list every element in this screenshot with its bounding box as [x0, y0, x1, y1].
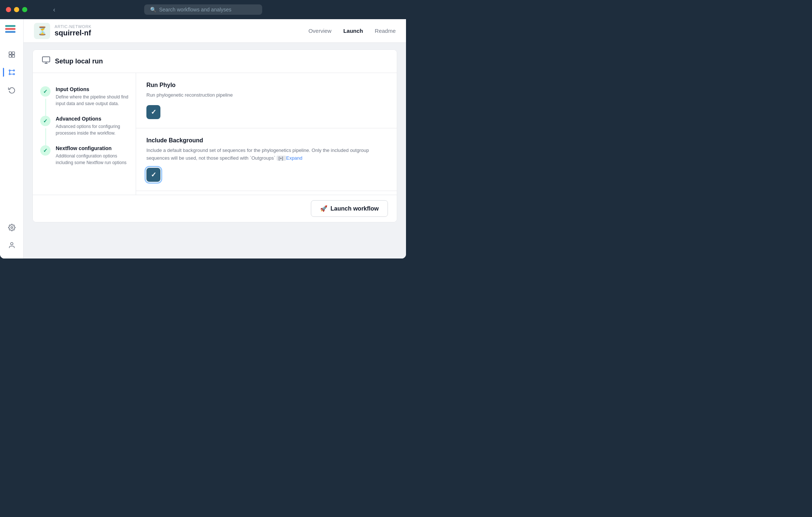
svg-rect-1	[12, 52, 14, 55]
svg-point-6	[9, 73, 10, 74]
run-phylo-checkbox[interactable]: ✓	[146, 105, 160, 119]
settings-icon[interactable]	[4, 220, 19, 235]
launch-workflow-button[interactable]: 🚀 Launch workflow	[311, 200, 388, 217]
close-button[interactable]	[6, 7, 11, 12]
card-footer: 🚀 Launch workflow	[33, 195, 397, 222]
nav-launch[interactable]: Launch	[343, 28, 363, 34]
sidebar-item-history[interactable]	[4, 83, 19, 97]
sidebar	[0, 19, 24, 258]
org-name: ARTIC-NETWORK	[55, 24, 91, 29]
step-input-options: ✓ Input Options Define where the pipelin…	[40, 82, 128, 111]
step-desc-1: Define where the pipeline should find in…	[56, 94, 128, 107]
app-logo	[5, 25, 18, 38]
option-include-background: Include Background Include a default bac…	[136, 128, 397, 191]
svg-point-4	[9, 70, 10, 71]
check-mark-1: ✓	[151, 108, 156, 116]
svg-point-5	[13, 70, 14, 71]
svg-rect-13	[42, 57, 50, 62]
nav-readme[interactable]: Readme	[375, 28, 396, 34]
content-area: Setup local run ✓ Input Options Define w…	[24, 43, 406, 258]
svg-rect-2	[9, 55, 11, 58]
expand-badge: [+]	[277, 156, 286, 161]
left-panel: ✓ Input Options Define where the pipelin…	[33, 73, 136, 195]
sidebar-bottom	[4, 220, 19, 253]
option-outgroups: Outgroups Specify which MPXV outgroup(s)…	[136, 191, 397, 195]
step-desc-3: Additional configuration options includi…	[56, 153, 128, 166]
svg-point-11	[11, 227, 13, 229]
search-placeholder: Search workflows and analyses	[159, 7, 232, 13]
traffic-lights	[6, 7, 27, 12]
sidebar-item-home[interactable]	[4, 47, 19, 62]
workflow-title: squirrel-nf	[55, 29, 91, 37]
top-header: ⏳ ARTIC-NETWORK squirrel-nf Overview Lau…	[24, 19, 406, 43]
include-bg-checkbox[interactable]: ✓	[146, 168, 160, 182]
search-icon: 🔍	[150, 7, 156, 13]
step-name-1: Input Options	[56, 86, 128, 92]
svg-point-12	[10, 243, 13, 245]
step-name-3: Nextflow configuration	[56, 145, 128, 151]
expand-link[interactable]: Expand	[286, 155, 302, 161]
sidebar-item-workflow[interactable]	[4, 65, 19, 80]
step-check-1: ✓	[40, 86, 51, 97]
check-mark-2: ✓	[151, 171, 156, 179]
right-panel[interactable]: Run Phylo Run phylogenetic reconstructio…	[136, 73, 397, 195]
step-check-3: ✓	[40, 145, 51, 156]
run-phylo-title: Run Phylo	[146, 82, 386, 89]
back-button[interactable]: ‹	[53, 6, 55, 14]
card-body: ✓ Input Options Define where the pipelin…	[33, 73, 397, 195]
header-text: ARTIC-NETWORK squirrel-nf	[55, 24, 91, 37]
setup-icon	[42, 56, 51, 67]
user-icon[interactable]	[4, 238, 19, 253]
app-body: ⏳ ARTIC-NETWORK squirrel-nf Overview Lau…	[0, 19, 406, 258]
header-nav: Overview Launch Readme	[308, 28, 396, 34]
setup-title: Setup local run	[55, 58, 103, 65]
workflow-logo: ⏳	[34, 23, 50, 39]
option-run-phylo: Run Phylo Run phylogenetic reconstructio…	[136, 73, 397, 128]
title-bar: ‹ 🔍 Search workflows and analyses	[0, 0, 406, 19]
step-nextflow-config: ✓ Nextflow configuration Additional conf…	[40, 141, 128, 170]
svg-point-7	[13, 73, 14, 74]
maximize-button[interactable]	[22, 7, 27, 12]
search-bar[interactable]: 🔍 Search workflows and analyses	[144, 4, 262, 15]
svg-rect-3	[12, 55, 14, 58]
launch-label: Launch workflow	[330, 205, 379, 212]
card-header: Setup local run	[33, 50, 397, 73]
include-bg-desc: Include a default background set of sequ…	[146, 147, 386, 162]
step-name-2: Advanced Options	[56, 116, 128, 122]
include-bg-title: Include Background	[146, 137, 386, 144]
minimize-button[interactable]	[14, 7, 19, 12]
step-advanced-options: ✓ Advanced Options Advanced options for …	[40, 111, 128, 141]
run-phylo-desc: Run phylogenetic reconstruction pipeline	[146, 91, 386, 99]
main-card: Setup local run ✓ Input Options Define w…	[32, 49, 397, 222]
rocket-icon: 🚀	[320, 205, 327, 212]
step-desc-2: Advanced options for configuring process…	[56, 123, 128, 136]
step-check-2: ✓	[40, 116, 51, 126]
nav-overview[interactable]: Overview	[308, 28, 332, 34]
svg-rect-0	[9, 52, 11, 55]
